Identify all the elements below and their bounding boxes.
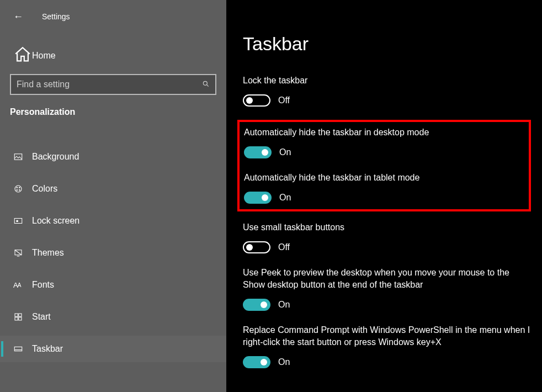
toggle-state: Off	[278, 96, 290, 105]
sidebar-item-fonts[interactable]: AA Fonts	[0, 272, 226, 298]
app-title: Settings	[42, 12, 70, 21]
svg-rect-11	[15, 314, 18, 316]
svg-rect-15	[14, 347, 22, 351]
nav-label: Start	[32, 312, 51, 322]
setting-label: Lock the taskbar	[243, 75, 531, 87]
nav-label: Taskbar	[32, 344, 63, 354]
svg-rect-9	[17, 220, 18, 221]
svg-rect-14	[19, 317, 22, 320]
toggle-state: On	[279, 193, 291, 203]
toggle-peek[interactable]	[243, 299, 270, 311]
home-label: Home	[32, 51, 56, 61]
category-heading: Personalization	[10, 107, 226, 117]
toggle-powershell[interactable]	[243, 356, 270, 368]
sidebar-item-colors[interactable]: Colors	[0, 176, 226, 202]
nav-label: Background	[32, 152, 79, 162]
toggle-state: On	[279, 147, 291, 157]
toggle-small-buttons[interactable]	[243, 241, 270, 253]
svg-rect-12	[19, 314, 22, 316]
search-input[interactable]	[17, 80, 202, 89]
setting-peek: Use Peek to preview the desktop when you…	[243, 267, 531, 311]
svg-rect-8	[14, 219, 22, 224]
setting-label: Replace Command Prompt with Windows Powe…	[243, 324, 531, 348]
title-bar: ← Settings	[0, 6, 226, 28]
sidebar-item-start[interactable]: Start	[0, 304, 226, 330]
picture-icon	[13, 152, 32, 162]
setting-label: Automatically hide the taskbar in tablet…	[244, 172, 524, 184]
svg-point-4	[17, 187, 18, 188]
toggle-hide-desktop[interactable]	[244, 146, 272, 158]
nav-label: Themes	[32, 248, 64, 258]
nav-list: Background Colors Lock screen Themes AA …	[0, 144, 226, 362]
search-icon	[202, 80, 210, 89]
svg-rect-2	[14, 154, 22, 160]
toggle-lock-taskbar[interactable]	[243, 94, 270, 107]
toggle-state: On	[278, 300, 290, 310]
svg-point-3	[15, 186, 22, 192]
toggle-hide-tablet[interactable]	[244, 192, 272, 204]
nav-label: Lock screen	[32, 216, 79, 226]
main-panel: Taskbar Lock the taskbar Off Automatical…	[226, 0, 542, 392]
setting-label: Use small taskbar buttons	[243, 221, 531, 234]
highlight-box: Automatically hide the taskbar in deskto…	[237, 120, 531, 211]
setting-hide-tablet: Automatically hide the taskbar in tablet…	[244, 172, 524, 204]
svg-point-0	[203, 81, 207, 85]
setting-lock-taskbar: Lock the taskbar Off	[243, 75, 531, 107]
themes-icon	[13, 248, 32, 258]
setting-label: Use Peek to preview the desktop when you…	[243, 267, 531, 291]
sidebar-item-lock-screen[interactable]: Lock screen	[0, 208, 226, 234]
setting-label: Automatically hide the taskbar in deskto…	[244, 126, 524, 139]
back-button[interactable]: ←	[13, 11, 31, 23]
taskbar-icon	[13, 344, 32, 354]
fonts-icon: AA	[13, 281, 32, 289]
page-heading: Taskbar	[243, 33, 531, 55]
svg-rect-13	[15, 317, 18, 320]
setting-powershell: Replace Command Prompt with Windows Powe…	[243, 324, 531, 368]
home-link[interactable]: Home	[0, 43, 226, 68]
svg-point-7	[19, 190, 20, 191]
search-box[interactable]	[10, 74, 216, 95]
sidebar-item-taskbar[interactable]: Taskbar	[0, 336, 226, 362]
setting-small-buttons: Use small taskbar buttons Off	[243, 221, 531, 253]
nav-label: Colors	[32, 184, 57, 194]
sidebar-item-background[interactable]: Background	[0, 144, 226, 170]
palette-icon	[13, 184, 32, 194]
setting-hide-desktop: Automatically hide the taskbar in deskto…	[244, 126, 524, 158]
nav-label: Fonts	[32, 280, 54, 290]
start-icon	[13, 312, 32, 322]
svg-point-5	[19, 187, 20, 188]
lock-screen-icon	[13, 216, 32, 226]
toggle-state: On	[278, 357, 290, 367]
home-icon	[13, 45, 32, 66]
sidebar-item-themes[interactable]: Themes	[0, 240, 226, 266]
svg-line-1	[206, 84, 208, 86]
svg-point-6	[17, 190, 18, 191]
toggle-state: Off	[278, 242, 290, 252]
sidebar: ← Settings Home Personalization Backgrou…	[0, 0, 226, 392]
